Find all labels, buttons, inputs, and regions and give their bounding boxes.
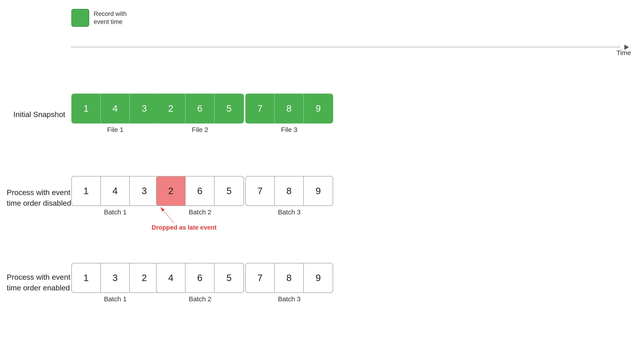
disabled-batch3-label: Batch 3 xyxy=(245,208,333,216)
legend-label: Record with event time xyxy=(94,10,127,26)
file1-record-1: 1 xyxy=(72,94,101,123)
enabled-batch2-records: 4 6 5 xyxy=(156,263,244,293)
label-initial-snapshot: Initial Snapshot xyxy=(14,109,69,120)
disabled-batch1-label: Batch 1 xyxy=(71,208,159,216)
enabled-batch3-record-2: 8 xyxy=(275,263,304,292)
dropped-arrow-svg xyxy=(156,205,183,227)
disabled-batch1-record-2: 4 xyxy=(101,177,130,205)
group-file3: 7 8 9 File 3 xyxy=(245,94,333,123)
enabled-batch1-record-2: 3 xyxy=(101,263,130,292)
enabled-batch2-record-1: 4 xyxy=(156,263,186,292)
legend-record-box xyxy=(71,9,89,27)
group-file2: 2 6 5 File 2 xyxy=(156,94,244,123)
file3-label: File 3 xyxy=(245,126,333,133)
file2-record-1: 2 xyxy=(156,94,186,123)
legend: Record with event time xyxy=(71,9,127,27)
file3-record-1: 7 xyxy=(246,94,275,123)
file3-record-2: 8 xyxy=(275,94,304,123)
diagram-container: Record with event time Time Initial Snap… xyxy=(0,0,644,351)
group-enabled-batch3: 7 8 9 Batch 3 xyxy=(245,263,333,293)
file1-label: File 1 xyxy=(71,126,159,133)
disabled-batch1-record-1: 1 xyxy=(72,177,101,205)
enabled-batch3-label: Batch 3 xyxy=(245,295,333,303)
enabled-batch2-label: Batch 2 xyxy=(156,295,244,303)
file2-label: File 2 xyxy=(156,126,244,133)
disabled-batch3-record-2: 8 xyxy=(275,177,304,205)
group-disabled-batch3: 7 8 9 Batch 3 xyxy=(245,176,333,206)
group-enabled-batch2: 4 6 5 Batch 2 xyxy=(156,263,244,293)
label-event-time-enabled: Process with eventtime order enabled xyxy=(7,272,71,293)
disabled-batch3-records: 7 8 9 xyxy=(245,176,333,206)
enabled-batch1-records: 1 3 2 xyxy=(71,263,159,293)
file2-record-2: 6 xyxy=(186,94,214,123)
label-event-time-disabled: Process with eventtime order disabled xyxy=(7,187,71,208)
timeline-line xyxy=(71,47,620,47)
disabled-batch2-record-2: 6 xyxy=(186,177,214,205)
disabled-batch2-record-1-late: 2 xyxy=(156,177,186,205)
group-disabled-batch1: 1 4 3 Batch 1 xyxy=(71,176,159,206)
group-enabled-batch1: 1 3 2 Batch 1 xyxy=(71,263,159,293)
disabled-batch1-record-3: 3 xyxy=(130,177,159,205)
enabled-batch1-record-1: 1 xyxy=(72,263,101,292)
enabled-batch1-record-3: 2 xyxy=(130,263,159,292)
enabled-batch1-label: Batch 1 xyxy=(71,295,159,303)
disabled-batch3-record-3: 9 xyxy=(304,177,333,205)
file1-record-3: 3 xyxy=(130,94,159,123)
timeline: Time xyxy=(71,44,629,51)
file3-records: 7 8 9 xyxy=(245,94,333,123)
enabled-batch3-record-3: 9 xyxy=(304,263,333,292)
file1-records: 1 4 3 xyxy=(71,94,159,123)
file1-record-2: 4 xyxy=(101,94,130,123)
enabled-batch3-records: 7 8 9 xyxy=(245,263,333,293)
enabled-batch2-record-2: 6 xyxy=(186,263,214,292)
disabled-batch2-record-3: 5 xyxy=(214,177,244,205)
file2-record-3: 5 xyxy=(214,94,244,123)
disabled-batch3-record-1: 7 xyxy=(246,177,275,205)
enabled-batch3-record-1: 7 xyxy=(246,263,275,292)
disabled-batch2-records: 2 6 5 xyxy=(156,176,244,206)
enabled-batch2-record-3: 5 xyxy=(214,263,244,292)
svg-line-1 xyxy=(160,207,174,223)
file2-records: 2 6 5 xyxy=(156,94,244,123)
disabled-batch1-records: 1 4 3 xyxy=(71,176,159,206)
group-file1: 1 4 3 File 1 xyxy=(71,94,159,123)
file3-record-3: 9 xyxy=(304,94,333,123)
timeline-label: Time xyxy=(616,49,631,57)
group-disabled-batch2: 2 6 5 Batch 2 xyxy=(156,176,244,206)
